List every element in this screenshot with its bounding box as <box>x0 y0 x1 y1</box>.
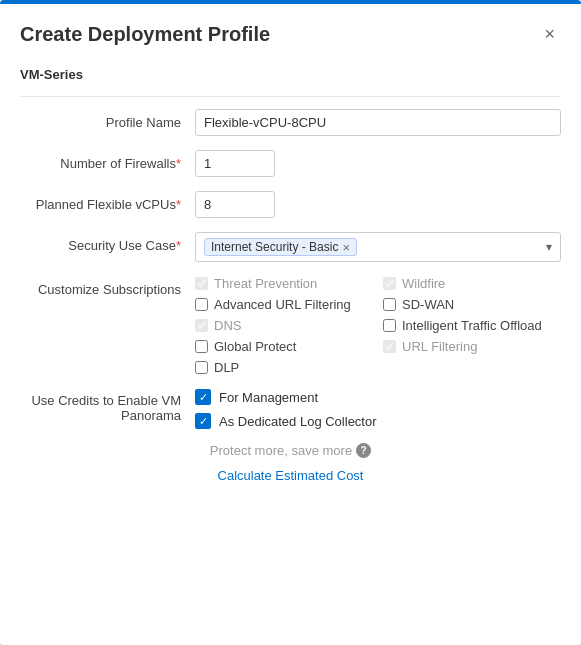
ito-checkbox[interactable] <box>383 319 396 332</box>
subscription-url-adv: Advanced URL Filtering <box>195 297 373 312</box>
credits-management: ✓ For Management <box>195 389 377 405</box>
credits-checkboxes: ✓ For Management ✓ As Dedicated Log Coll… <box>195 389 377 429</box>
dns-checkbox[interactable] <box>195 319 208 332</box>
divider <box>20 96 561 97</box>
vcpus-input[interactable] <box>195 191 275 218</box>
security-select[interactable]: Internet Security - Basic × ▾ <box>195 232 561 262</box>
profile-name-row: Profile Name <box>20 109 561 136</box>
section-label: VM-Series <box>20 67 561 82</box>
dlp-checkbox[interactable] <box>195 361 208 374</box>
firewalls-required: * <box>176 156 181 171</box>
firewalls-input[interactable] <box>195 150 275 177</box>
security-select-wrapper[interactable]: Internet Security - Basic × ▾ <box>195 232 561 262</box>
help-icon[interactable]: ? <box>356 443 371 458</box>
protect-text: Protect more, save more <box>210 443 352 458</box>
dialog-header: Create Deployment Profile × <box>0 4 581 57</box>
vcpus-row: Planned Flexible vCPUs* <box>20 191 561 218</box>
security-required: * <box>176 238 181 253</box>
threat-checkbox[interactable] <box>195 277 208 290</box>
subscription-threat: Threat Prevention <box>195 276 373 291</box>
subscription-gp: Global Protect <box>195 339 373 354</box>
wildfire-checkbox[interactable] <box>383 277 396 290</box>
subscription-sdwan: SD-WAN <box>383 297 561 312</box>
dialog-body: VM-Series Profile Name Number of Firewal… <box>0 57 581 645</box>
subscription-dns: DNS <box>195 318 373 333</box>
profile-name-label: Profile Name <box>20 109 195 130</box>
sdwan-checkbox[interactable] <box>383 298 396 311</box>
create-deployment-dialog: Create Deployment Profile × VM-Series Pr… <box>0 0 581 645</box>
credits-label: Use Credits to Enable VM Panorama <box>20 389 195 423</box>
subscriptions-label: Customize Subscriptions <box>20 276 195 297</box>
security-tag: Internet Security - Basic × <box>204 238 357 256</box>
security-use-case-row: Security Use Case* Internet Security - B… <box>20 232 561 262</box>
url-adv-checkbox[interactable] <box>195 298 208 311</box>
tag-remove-button[interactable]: × <box>342 241 350 254</box>
firewalls-label: Number of Firewalls* <box>20 150 195 171</box>
management-checkbox[interactable]: ✓ <box>195 389 211 405</box>
vcpus-label: Planned Flexible vCPUs* <box>20 191 195 212</box>
log-collector-checkbox[interactable]: ✓ <box>195 413 211 429</box>
vcpus-required: * <box>176 197 181 212</box>
firewalls-row: Number of Firewalls* <box>20 150 561 177</box>
dialog-title: Create Deployment Profile <box>20 23 270 46</box>
calculate-cost-link[interactable]: Calculate Estimated Cost <box>20 468 561 483</box>
close-button[interactable]: × <box>538 22 561 47</box>
gp-checkbox[interactable] <box>195 340 208 353</box>
url-filter-checkbox[interactable] <box>383 340 396 353</box>
credits-log-collector: ✓ As Dedicated Log Collector <box>195 413 377 429</box>
subscriptions-grid: Threat Prevention Wildfire Advanced URL … <box>195 276 561 375</box>
subscription-url-filter: URL Filtering <box>383 339 561 354</box>
protect-row: Protect more, save more ? <box>20 443 561 458</box>
subscription-dlp: DLP <box>195 360 373 375</box>
security-label: Security Use Case* <box>20 232 195 253</box>
subscriptions-row: Customize Subscriptions Threat Preventio… <box>20 276 561 375</box>
subscription-wildfire: Wildfire <box>383 276 561 291</box>
subscription-ito: Intelligent Traffic Offload <box>383 318 561 333</box>
select-arrow-icon: ▾ <box>546 240 552 254</box>
profile-name-input[interactable] <box>195 109 561 136</box>
credits-row: Use Credits to Enable VM Panorama ✓ For … <box>20 389 561 429</box>
